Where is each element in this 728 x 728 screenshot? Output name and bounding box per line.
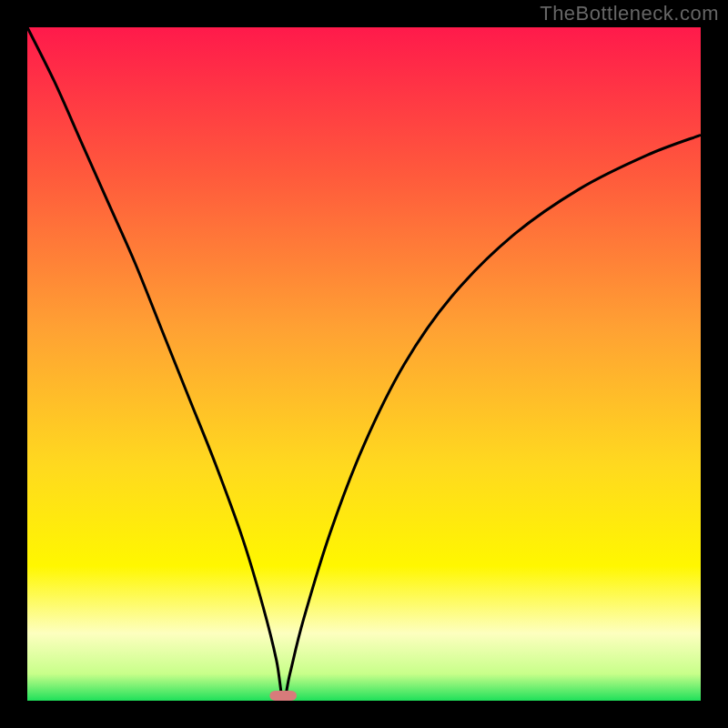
chart-svg: [0, 0, 728, 728]
plot-area: [27, 27, 701, 701]
optimal-marker: [269, 691, 297, 701]
watermark-text: TheBottleneck.com: [540, 2, 719, 25]
chart-stage: TheBottleneck.com: [0, 0, 728, 728]
